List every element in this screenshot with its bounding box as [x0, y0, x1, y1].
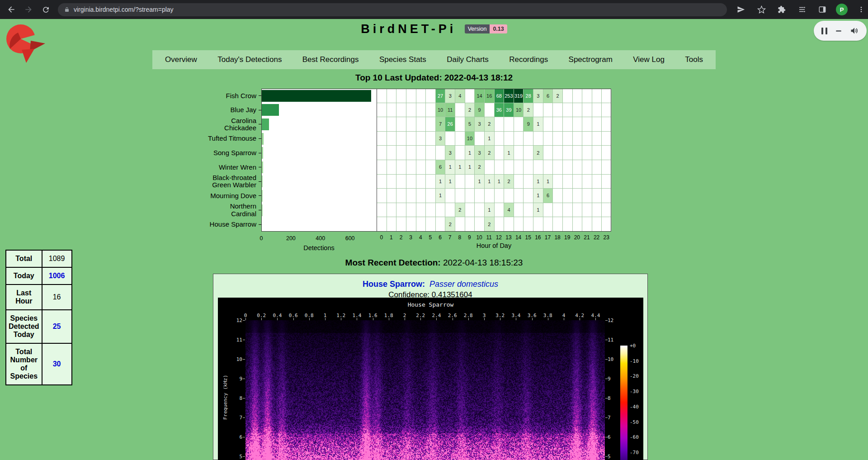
nav-item-overview[interactable]: Overview: [165, 55, 197, 64]
stats-label: Total Number of Species: [6, 343, 42, 385]
nav-item-spectrogram[interactable]: Spectrogram: [569, 55, 613, 64]
heatmap-cell: [553, 103, 563, 118]
heatmap-cell: [426, 146, 436, 160]
heatmap-cell: [543, 103, 553, 118]
browser-menu-icon[interactable]: [854, 3, 868, 16]
detections-bar: [261, 117, 377, 132]
heatmap-cell: [533, 132, 543, 146]
heatmap-cell: [524, 132, 533, 146]
species-common-name: House Sparrow:: [363, 280, 425, 289]
address-bar[interactable]: virginia.birdnetpi.com/?stream=play: [58, 3, 727, 16]
extensions-puzzle-icon[interactable]: [775, 3, 788, 16]
nav-item-daily-charts[interactable]: Daily Charts: [447, 55, 489, 64]
bar-axis-label: Detections: [261, 244, 377, 251]
stats-value[interactable]: 1006: [42, 267, 72, 285]
heatmap-cell: [592, 117, 602, 132]
heatmap-cell: [524, 217, 533, 232]
heatmap-cell: [592, 146, 602, 160]
nav-item-today-s-detections[interactable]: Today's Detections: [217, 55, 282, 64]
reload-icon[interactable]: [39, 3, 52, 16]
hour-tick: 18: [554, 234, 560, 241]
heatmap-cell: [416, 89, 426, 103]
heatmap-cell: 1: [485, 132, 495, 146]
heatmap-cell: 7: [436, 117, 446, 132]
heatmap-cell: [416, 132, 426, 146]
heatmap-cell: 3: [445, 146, 455, 160]
heatmap-cell: 2: [485, 217, 495, 232]
heatmap-cell: [495, 189, 505, 203]
heatmap-cell: [602, 132, 612, 146]
forward-icon[interactable]: [22, 3, 35, 16]
top10-heading: Top 10 Last Updated: 2022-04-13 18:12: [0, 73, 868, 83]
stats-row: Total Number of Species30: [6, 343, 72, 385]
volume-icon[interactable]: [850, 26, 859, 35]
heatmap-cell: [533, 160, 543, 175]
heatmap-cell: [504, 132, 514, 146]
heatmap-cell: [592, 103, 602, 118]
species-link[interactable]: House Sparrow:Passer domesticus: [363, 280, 498, 289]
freq-tick: 7: [231, 415, 242, 421]
heatmap-cell: [426, 117, 436, 132]
stats-value[interactable]: 25: [42, 310, 72, 343]
heatmap-cell: [495, 203, 505, 218]
audio-timeline[interactable]: [836, 30, 841, 32]
heatmap-cell: 16: [485, 89, 495, 103]
heatmap-cell: [387, 146, 397, 160]
heatmap-cell: [455, 103, 465, 118]
chart-row: Song Sparrow313212: [190, 146, 611, 160]
chart-row: Blue Jay1011293639102: [190, 103, 611, 118]
freq-tick: 5: [608, 454, 611, 460]
bookmark-star-icon[interactable]: [755, 3, 768, 16]
heatmap-cell: 1: [533, 175, 543, 189]
heatmap-cell: [514, 132, 524, 146]
db-tick: -70: [630, 450, 639, 455]
heatmap-cell: 10: [514, 103, 524, 118]
nav-item-tools[interactable]: Tools: [685, 55, 703, 64]
nav-item-view-log[interactable]: View Log: [633, 55, 665, 64]
species-label: Blue Jay: [190, 103, 261, 118]
detection-species-line: House Sparrow:Passer domesticus: [213, 280, 647, 289]
heatmap-cell: [563, 217, 573, 232]
heatmap-cell: [465, 89, 475, 103]
profile-avatar[interactable]: P: [836, 4, 848, 15]
nav-item-best-recordings[interactable]: Best Recordings: [302, 55, 359, 64]
heatmap-cell: [426, 160, 436, 175]
heatmap-cell: [514, 217, 524, 232]
hour-tick: 4: [419, 234, 422, 241]
side-panel-icon[interactable]: [816, 3, 829, 16]
version-value: 0.13: [490, 24, 507, 33]
heatmap-cell: [455, 132, 465, 146]
heatmap-cell: [543, 132, 553, 146]
heatmap-cell: [553, 217, 563, 232]
heatmap-cell: [396, 117, 406, 132]
send-icon[interactable]: [734, 3, 748, 16]
back-icon[interactable]: [5, 3, 18, 16]
heatmap-cell: [455, 117, 465, 132]
nav-item-species-stats[interactable]: Species Stats: [379, 55, 426, 64]
freq-tick: 6: [231, 434, 242, 440]
heatmap-cell: 1: [436, 175, 446, 189]
hour-tick: 1: [390, 234, 393, 241]
pause-button[interactable]: [821, 28, 827, 34]
species-label: Song Sparrow: [190, 146, 261, 160]
heatmap-cell: [514, 189, 524, 203]
detections-bar: [261, 189, 377, 203]
heatmap-cell: [465, 217, 475, 232]
species-label: Fish Crow: [190, 89, 261, 103]
heatmap-cell: [514, 175, 524, 189]
hour-tick: 2: [400, 234, 403, 241]
heatmap-cell: [387, 103, 397, 118]
heatmap-cell: [436, 146, 446, 160]
heatmap-cell: [416, 189, 426, 203]
extensions-list-icon[interactable]: [795, 3, 809, 16]
species-scientific-name: Passer domesticus: [429, 280, 498, 289]
page-title: BirdNET-Pi: [361, 22, 456, 36]
heatmap-cell: [416, 146, 426, 160]
heatmap-cell: 9: [475, 103, 485, 118]
heatmap-cell: 1: [445, 175, 455, 189]
stats-value[interactable]: 30: [42, 343, 72, 385]
hour-tick: 15: [525, 234, 531, 241]
heatmap-cell: [377, 89, 387, 103]
nav-item-recordings[interactable]: Recordings: [509, 55, 548, 64]
freq-tick: 7: [608, 415, 611, 421]
